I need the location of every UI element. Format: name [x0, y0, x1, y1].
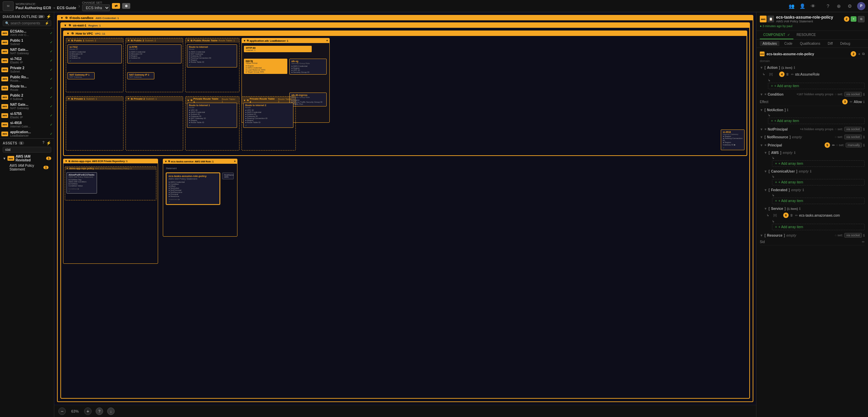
- info-icon[interactable]: ℹ: [794, 151, 795, 155]
- principal-header[interactable]: ▼ ≡ Principal 5 ✏ ○ set: manually ℹ: [760, 140, 865, 149]
- federated-sub-header[interactable]: ▼ [ Federated ] empty ℹ: [764, 186, 865, 193]
- user-icon[interactable]: 👤: [799, 3, 806, 9]
- ecs-policy-node-selected[interactable]: ecs-tasks-assume-role-policy AWS IAM Pol…: [166, 173, 220, 205]
- role-arn-node[interactable]: RoleName ARN: [222, 173, 234, 179]
- resource-header[interactable]: ▼ [ Resource ] empty ○ set: via socket ℹ: [760, 231, 865, 239]
- zoom-in-btn[interactable]: +: [84, 408, 92, 415]
- info-icon[interactable]: ℹ: [799, 207, 801, 211]
- edit-icon[interactable]: ✏: [832, 143, 835, 147]
- collapse-icon[interactable]: ▼: [66, 32, 70, 35]
- search-box[interactable]: 🔍 ⚡: [3, 20, 51, 26]
- discord-icon[interactable]: ⊕: [835, 3, 842, 9]
- action-header[interactable]: ▼ [ Action ] (1 item) ℹ: [760, 64, 865, 71]
- not-resource-via-btn[interactable]: via socket: [844, 135, 862, 139]
- tab-component[interactable]: COMPONENT ✓: [760, 31, 793, 39]
- panel-add-btn[interactable]: +: [851, 16, 856, 22]
- trash-icon[interactable]: 🗑: [790, 214, 793, 217]
- edit-icon[interactable]: ✏: [795, 214, 798, 217]
- tab-resource[interactable]: RESOURCE: [793, 31, 819, 39]
- collapse-icon[interactable]: ▼: [60, 16, 63, 20]
- edit-icon[interactable]: ✏: [850, 100, 852, 104]
- collapse-icon[interactable]: ▼: [127, 97, 130, 100]
- info-icon[interactable]: ℹ: [787, 108, 788, 112]
- add-action-btn[interactable]: + + Add array item: [768, 83, 865, 89]
- assets-filter-icon[interactable]: ⚡: [46, 141, 52, 145]
- collapse-icon[interactable]: ▼: [66, 167, 69, 170]
- assets-search-box[interactable]: [3, 147, 51, 153]
- http80-node[interactable]: HTTP:80 Listener: 1: [244, 46, 312, 52]
- collapse-icon[interactable]: ▼: [187, 39, 190, 42]
- aws-sub-header[interactable]: ▼ [ AWS ] empty ℹ: [764, 149, 865, 156]
- si7412-node[interactable]: si-7412 Elastic IP ● AWS Credential ● Al…: [67, 44, 122, 63]
- asset-group-header[interactable]: ▼ aws AWS IAM Revisited 1: [3, 154, 51, 163]
- add-service-btn[interactable]: + + Add array item: [772, 224, 865, 230]
- natgw2-node[interactable]: NAT Gateway IP 2 NAT Gateway: [127, 72, 154, 79]
- collapse-icon[interactable]: ▼: [127, 39, 130, 42]
- question-icon[interactable]: ?: [825, 3, 831, 9]
- edit-icon[interactable]: ✏: [862, 240, 865, 244]
- not-resource-header[interactable]: ▼ [ NotResource ] empty ○ set: via socke…: [760, 133, 865, 140]
- collapse-icon[interactable]: ▼: [65, 160, 67, 163]
- allow-pull-node[interactable]: AllowPullForECSTasks AWS IAM Policy Stat…: [66, 172, 97, 194]
- condition-via-socket-btn[interactable]: via socket: [844, 92, 862, 97]
- route-internet-node[interactable]: Route to Internet Route ● AWS Credential…: [187, 44, 237, 67]
- info-icon[interactable]: ℹ: [863, 127, 865, 131]
- sidebar-item-public2[interactable]: aws Public 2 # Subnet ✓: [0, 93, 54, 102]
- help-btn[interactable]: ?: [96, 408, 103, 415]
- collapse-icon[interactable]: ▼: [165, 160, 167, 163]
- add-canonical-btn[interactable]: + + Add array item: [772, 179, 865, 185]
- not-principal-header[interactable]: ▼ ≡ NotPrincipal +4 hidden empty props ○…: [760, 125, 865, 133]
- eye-icon[interactable]: 👁: [810, 3, 816, 9]
- sidebar-item-si5755[interactable]: aws si-5755 Elastic IP ✓: [0, 111, 54, 120]
- download-btn[interactable]: ↓: [107, 408, 115, 415]
- users-icon[interactable]: 👥: [788, 3, 795, 9]
- collapse-icon[interactable]: ▼: [243, 99, 246, 102]
- assets-search-input[interactable]: [5, 148, 49, 152]
- info-icon[interactable]: ℹ: [794, 66, 795, 70]
- condition-header[interactable]: ▼ ≡ Condition +167 hidden empty props ○ …: [760, 90, 865, 98]
- assets-question-icon[interactable]: ?: [42, 141, 45, 145]
- rt2-route-node[interactable]: Route to Internet 2 Route ● VPC ID ● AWS…: [243, 103, 293, 128]
- natgw1-node[interactable]: NAT Gateway IP 1 NAT Gateway: [67, 72, 95, 79]
- search-input[interactable]: [11, 21, 43, 25]
- collapse-icon[interactable]: ▼: [187, 99, 190, 102]
- collapse-icon[interactable]: ▼: [243, 39, 246, 42]
- asset-item-iampolicy[interactable]: AWS IAM Policy Statement 1: [3, 163, 51, 172]
- info-icon[interactable]: ℹ: [863, 234, 865, 237]
- panel-copy-btn[interactable]: ⧉: [858, 16, 865, 22]
- subtab-diff[interactable]: Diff: [825, 41, 835, 46]
- comp-add-btn[interactable]: +: [858, 52, 860, 56]
- sidebar-item-natgw1[interactable]: aws NAT Gate... NAT Gateway ✓: [0, 47, 54, 56]
- info-icon[interactable]: ℹ: [863, 93, 865, 96]
- filter-btn[interactable]: ⚡: [45, 21, 49, 25]
- trash-icon[interactable]: 🗑: [786, 73, 789, 76]
- si5755-node[interactable]: si-5755 Elastic IP ● AWS Credential ● Al…: [127, 44, 181, 63]
- sidebar-item-publicroute[interactable]: aws Public Ro... Route... ✓: [0, 74, 54, 83]
- not-principal-via-btn[interactable]: via socket: [844, 127, 862, 132]
- sidebar-item-si7412[interactable]: aws si-7412 Elastic IP ✓: [0, 56, 54, 65]
- add-federated-btn[interactable]: + + Add array item: [772, 198, 865, 204]
- ecs-add-btn[interactable]: +: [234, 160, 236, 163]
- subtab-code[interactable]: Code: [782, 41, 795, 46]
- collapse-icon[interactable]: ▼: [67, 97, 70, 100]
- resource-via-btn[interactable]: via socket: [844, 233, 862, 238]
- add-aws-btn[interactable]: + + Add array item: [772, 160, 865, 167]
- settings-icon[interactable]: ⚙: [846, 3, 853, 9]
- canvas-scroll[interactable]: ▼ ⧉ tf-tools-sandbox AWS Credential: 1 ▼…: [54, 12, 756, 405]
- filter-icon[interactable]: ⚡: [46, 14, 52, 19]
- info-icon[interactable]: ℹ: [863, 143, 865, 147]
- sidebar-item-ecsallo[interactable]: aws ECSAllo... AWS IAM C... ✓: [0, 28, 54, 38]
- add-not-action-btn[interactable]: + + Add array item: [768, 118, 865, 124]
- subtab-attributes[interactable]: Attributes: [760, 41, 779, 46]
- profile-avatar[interactable]: P: [857, 2, 865, 10]
- info-icon[interactable]: ℹ: [863, 100, 865, 104]
- principal-manually-btn[interactable]: manually: [846, 143, 862, 147]
- rt1-route-node[interactable]: Route to Internet 1 Route ● VPC ID ● AWS…: [187, 103, 237, 128]
- si4918-node[interactable]: si-4918 Internet Gateway ● Region ● Peer…: [721, 130, 745, 150]
- collapse-icon[interactable]: ▼: [64, 24, 67, 27]
- sidebar-item-natgw2[interactable]: aws NAT Gate... NAT Gateway ✓: [0, 102, 54, 111]
- rebase-btn[interactable]: ⇄: [112, 3, 120, 9]
- alb-sg-node[interactable]: alb-sg Security Group Role ● AWS Credent…: [289, 59, 327, 75]
- sidebar-item-applb[interactable]: aws application... Loadbalancer ✓: [0, 129, 54, 138]
- subtab-debug[interactable]: Debug: [837, 41, 853, 46]
